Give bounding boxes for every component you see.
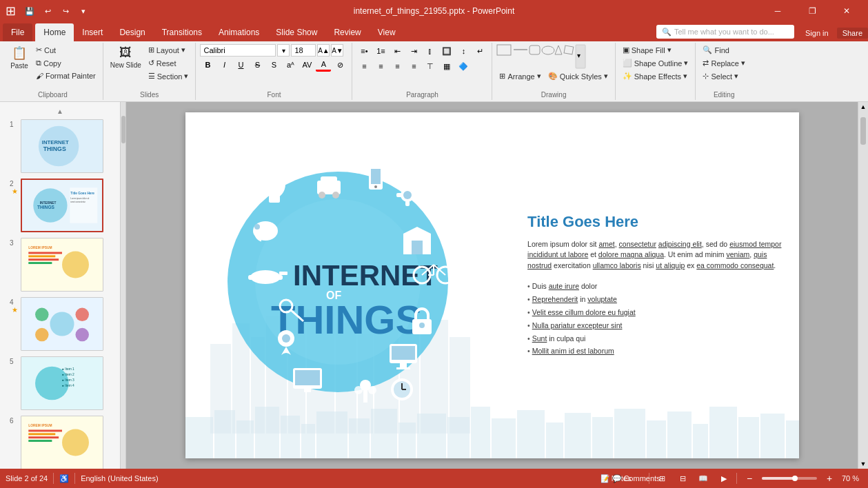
comments-button[interactable]: 💬 Comments [628,470,645,487]
smallcaps-button[interactable]: aᴬ [283,58,298,72]
slide-thumb-1[interactable]: 1 INTERNET THINGS [3,118,117,174]
sign-in-button[interactable]: Sign in [800,28,834,39]
align-left-button[interactable]: ≡ [356,59,372,73]
shape-gallery[interactable]: ▾ [496,44,586,69]
tab-design[interactable]: Design [111,23,153,41]
decrease-indent-button[interactable]: ⇤ [390,44,405,58]
align-right-button[interactable]: ≡ [390,59,405,73]
scroll-up-button[interactable]: ▲ [3,108,117,115]
tab-home[interactable]: Home [35,23,74,41]
svg-point-30 [75,308,88,321]
svg-rect-78 [412,241,423,254]
font-family-input[interactable] [200,44,276,57]
shadow-button[interactable]: S [266,58,281,72]
slide-thumb-5[interactable]: 5 ● Item 1 ● Item 2 ● Item 3 ● Item 4 [3,355,117,411]
svg-rect-25 [28,262,52,264]
charspacing-button[interactable]: AV [299,58,314,72]
clipboard-label: Clipboard [38,90,68,99]
quick-styles-button[interactable]: 🎨 Quick Styles ▾ [545,70,611,82]
ribbon-search[interactable]: 🔍 Tell me what you want to do... [656,25,794,39]
right-scrollbar[interactable]: ▲ ▼ [858,102,868,469]
align-text-button[interactable]: ▦ [439,59,454,73]
scrollbar-thumb[interactable] [121,116,125,143]
tab-animations[interactable]: Animations [210,23,268,41]
underline-button[interactable]: U [233,58,248,72]
replace-button[interactable]: ⇄ Replace ▾ [700,57,747,69]
slide-thumb-6[interactable]: 6 LOREM IPSUM [3,414,117,469]
reset-button[interactable]: ↺ Reset [145,57,192,69]
slide-canvas[interactable]: INTERNET OF THINGS [185,112,799,458]
tab-file[interactable]: File [3,23,32,41]
restore-button[interactable]: ❐ [796,0,828,22]
shape-effects-button[interactable]: ✨ Shape Effects ▾ [620,70,690,82]
right-scrollbar-thumb[interactable] [860,117,866,145]
convert-smartart-button[interactable]: 🔷 [456,59,471,73]
smart-art-button[interactable]: 🔲 [439,44,454,58]
tab-review[interactable]: Review [325,23,369,41]
numbering-button[interactable]: 1≡ [373,44,388,58]
slide-thumb-3[interactable]: 3 LOREM IPSUM [3,236,117,293]
slideshow-button[interactable]: ▶ [716,470,732,487]
tab-insert[interactable]: Insert [74,23,111,41]
strikethrough-button[interactable]: S [250,58,265,72]
cut-button[interactable]: ✂ Cut [33,44,99,56]
text-direction-button[interactable]: ⊤ [423,59,438,73]
font-size-down[interactable]: A▼ [331,44,343,57]
bullets-button[interactable]: ≡• [356,44,372,58]
copy-button[interactable]: ⧉ Copy [33,57,99,69]
slide-thumbnail-3[interactable]: LOREM IPSUM [21,238,103,292]
arrange-button[interactable]: ⊞ Arrange ▾ [496,70,543,82]
section-button[interactable]: ☰ Section ▾ [145,70,192,82]
texthighlight-button[interactable]: ⊘ [332,58,347,72]
zoom-slider-thumb[interactable] [792,476,798,481]
tab-view[interactable]: View [370,23,404,41]
fontcolor-button[interactable]: A [316,58,331,72]
slide-thumb-2[interactable]: 2 ★ INTERNET THINGS Title Goes Here Lore… [3,177,117,234]
zoom-slider[interactable] [762,477,817,480]
columns-button[interactable]: ⫿ [423,44,438,58]
format-painter-button[interactable]: 🖌 Format Painter [33,70,99,81]
zoom-in-button[interactable]: + [821,470,838,487]
slide-thumbnail-4[interactable] [21,297,103,351]
tab-slideshow[interactable]: Slide Show [268,23,325,41]
layout-button[interactable]: ⊞ Layout ▾ [145,44,192,56]
paste-button[interactable]: 📋 Paste [7,44,32,71]
slide-panel-scrollbar[interactable] [121,102,126,469]
svg-text:▾: ▾ [577,52,581,59]
scroll-down-arrow[interactable]: ▼ [860,460,867,467]
italic-button[interactable]: I [216,58,232,72]
bold-button[interactable]: B [200,58,215,72]
font-family-dropdown[interactable]: ▾ [277,44,290,57]
customize-qa-button[interactable]: ▾ [75,3,92,19]
shape-fill-button[interactable]: ▣ Shape Fill ▾ [620,44,674,56]
minimize-button[interactable]: ─ [762,0,794,22]
tab-transitions[interactable]: Transitions [154,23,210,41]
slide-sorter-button[interactable]: ⊟ [674,470,691,487]
slide-thumbnail-5[interactable]: ● Item 1 ● Item 2 ● Item 3 ● Item 4 [21,356,103,410]
rtl-button[interactable]: ↵ [472,44,487,58]
redo-button[interactable]: ↪ [57,3,74,19]
zoom-out-button[interactable]: − [741,470,758,487]
increase-indent-button[interactable]: ⇥ [406,44,421,58]
slide-thumbnail-6[interactable]: LOREM IPSUM [21,416,103,469]
new-slide-button[interactable]: 🖼 New Slide [108,44,144,70]
find-button[interactable]: 🔍 Find [700,44,731,56]
shape-outline-button[interactable]: ⬜ Shape Outline ▾ [620,57,692,69]
share-button[interactable]: Share [837,28,868,39]
quick-access-toolbar: 💾 ↩ ↪ ▾ [21,3,92,19]
save-button[interactable]: 💾 [21,3,38,19]
font-size-up[interactable]: A▲ [317,44,330,57]
reading-view-button[interactable]: 📖 [695,470,711,487]
scroll-up-arrow[interactable]: ▲ [860,103,867,110]
font-size-input[interactable] [291,44,316,57]
close-button[interactable]: ✕ [831,0,862,22]
slide-thumbnail-2[interactable]: INTERNET THINGS Title Goes Here Lorem ip… [21,179,103,232]
slide-thumb-4[interactable]: 4 ★ [3,296,117,352]
align-justify-button[interactable]: ≡ [406,59,421,73]
slide-thumbnail-1[interactable]: INTERNET THINGS [21,119,103,173]
linespacing-button[interactable]: ↕ [456,44,471,58]
normal-view-button[interactable]: ⊞ [654,470,670,487]
select-button[interactable]: ⊹ Select ▾ [700,70,741,82]
align-center-button[interactable]: ≡ [373,59,388,73]
undo-button[interactable]: ↩ [39,3,56,19]
